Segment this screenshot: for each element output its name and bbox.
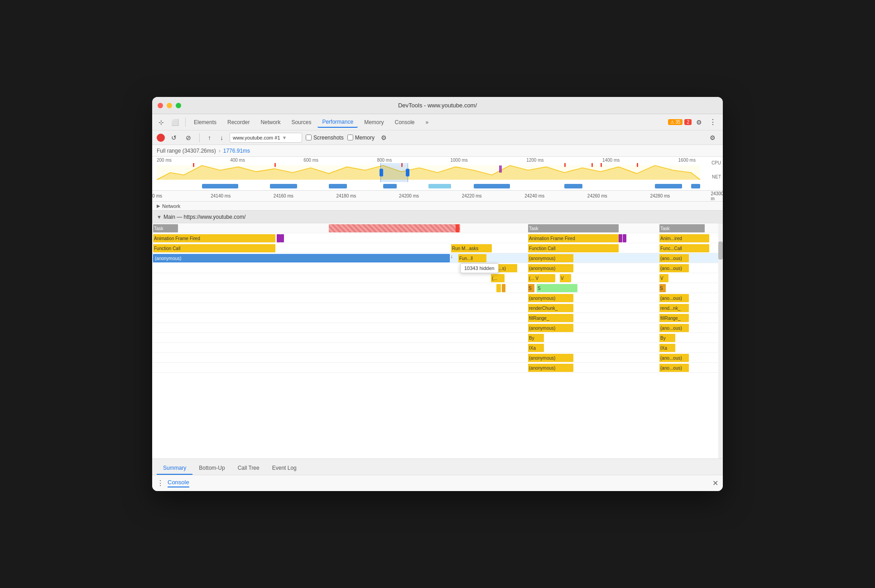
tab-memory[interactable]: Memory: [360, 117, 388, 127]
row6-bar-v2[interactable]: V: [659, 274, 668, 282]
anon-bar-3[interactable]: (ano...ous): [659, 254, 689, 262]
task-bar-1[interactable]: Task: [153, 224, 178, 232]
func-bar-masks[interactable]: Run M...asks: [451, 244, 492, 252]
anon-func-bar[interactable]: Fun...ll: [458, 254, 486, 262]
task-bar-2[interactable]: Task: [528, 224, 619, 232]
capture-settings-icon[interactable]: ⚙: [378, 132, 389, 143]
row9-bar-1[interactable]: renderChunk_: [528, 304, 573, 312]
net-label: NET: [712, 174, 721, 179]
anim-bar-1[interactable]: Animation Frame Fired: [153, 234, 275, 242]
row13: IXa IXa: [152, 343, 718, 353]
anim-bar-2[interactable]: Animation Frame Fired: [528, 234, 619, 242]
console-close-icon[interactable]: ✕: [712, 479, 718, 487]
timeline-overview[interactable]: 200 ms 400 ms 600 ms 800 ms 1000 ms 1200…: [152, 157, 723, 191]
scrollbar-thumb[interactable]: [718, 241, 723, 260]
tab-summary[interactable]: Summary: [157, 462, 192, 475]
console-tab-label[interactable]: Console: [168, 479, 189, 487]
row15-bar-2[interactable]: (ano...ous): [659, 364, 689, 372]
minimize-button[interactable]: [167, 103, 172, 108]
func-bar-3[interactable]: Func...Call: [659, 244, 709, 252]
tab-network[interactable]: Network: [256, 117, 285, 127]
screenshots-checkbox[interactable]: [306, 135, 312, 140]
bottom-tabs: Summary Bottom-Up Call Tree Event Log: [152, 458, 723, 475]
anon-bar-2[interactable]: (anonymous): [528, 254, 573, 262]
row7-mini-2: [502, 284, 505, 292]
task-bar-hatched[interactable]: [329, 224, 460, 232]
screenshots-checkbox-label[interactable]: Screenshots: [306, 135, 344, 141]
row13-bar-1[interactable]: IXa: [528, 344, 544, 352]
traffic-lights: [158, 103, 181, 108]
cursor-icon[interactable]: ⊹: [156, 117, 167, 128]
row6-bar-1[interactable]: (...: [491, 274, 505, 282]
memory-checkbox-label[interactable]: Memory: [347, 135, 375, 141]
row8-bar-2[interactable]: (ano...ous): [659, 294, 689, 302]
row9-bar-2[interactable]: rend...nk_: [659, 304, 689, 312]
row7-s-2[interactable]: S: [537, 284, 577, 292]
row13-bar-2[interactable]: IXa: [659, 344, 675, 352]
row6-bar-anons[interactable]: (... V: [528, 274, 555, 282]
row7-s-1[interactable]: S: [528, 284, 534, 292]
row9: renderChunk_ rend...nk_: [152, 303, 718, 313]
reload-record-button[interactable]: ↺: [168, 132, 179, 143]
tl-1200: 1200 ms: [526, 158, 543, 163]
row5-bar-2[interactable]: (anonymous): [528, 264, 573, 272]
download-button[interactable]: ↓: [217, 132, 226, 143]
row11-bar-2[interactable]: (ano...ous): [659, 324, 689, 332]
settings-icon[interactable]: ⚙: [693, 117, 705, 128]
svg-rect-11: [380, 169, 383, 177]
clear-button[interactable]: ⊘: [183, 132, 194, 143]
record-button[interactable]: [157, 134, 165, 142]
collapse-icon[interactable]: ▶: [157, 203, 160, 208]
more-options-icon[interactable]: ⋮: [707, 116, 719, 128]
tab-console[interactable]: Console: [390, 117, 419, 127]
tl-600: 600 ms: [303, 158, 318, 163]
settings-gear-icon[interactable]: ⚙: [707, 132, 718, 143]
vertical-scrollbar[interactable]: [718, 223, 723, 458]
console-dots-icon[interactable]: ⋮: [157, 479, 164, 487]
row15-bar-1[interactable]: (anonymous): [528, 364, 573, 372]
tick-8: 24280 ms: [650, 193, 670, 198]
memory-checkbox[interactable]: [347, 135, 353, 140]
flame-chart[interactable]: Task Task Task Animation Frame Fired Ani…: [152, 223, 723, 458]
tab-elements[interactable]: Elements: [189, 117, 221, 127]
window-title: DevTools - www.youtube.com/: [398, 102, 477, 109]
row12-bar-2[interactable]: By: [659, 334, 675, 342]
row10-bar-2[interactable]: fillRange_: [659, 314, 689, 322]
row14-bar-2[interactable]: (ano...ous): [659, 354, 689, 362]
func-bar-2[interactable]: Function Call: [528, 244, 619, 252]
row8-bar-1[interactable]: (anonymous): [528, 294, 573, 302]
anim-bar-3[interactable]: Anim...ired: [659, 234, 709, 242]
row6: (... (... V V V: [152, 273, 718, 283]
anon-bar-selected[interactable]: (anonymous): [153, 254, 450, 262]
tab-bottom-up[interactable]: Bottom-Up: [192, 462, 231, 475]
row7-s-3[interactable]: S: [659, 284, 666, 292]
func-bar-1[interactable]: Function Call: [153, 244, 275, 252]
breadcrumb-full-range[interactable]: Full range (34307.26ms): [157, 148, 216, 154]
row5-bar-3[interactable]: (ano...ous): [659, 264, 689, 272]
tick-2: 24160 ms: [274, 193, 293, 198]
tab-performance[interactable]: Performance: [317, 117, 358, 128]
tab-call-tree[interactable]: Call Tree: [231, 462, 266, 475]
main-collapse-icon[interactable]: ▼: [157, 214, 162, 220]
maximize-button[interactable]: [176, 103, 181, 108]
tab-event-log[interactable]: Event Log: [266, 462, 303, 475]
anon-row: (anonymous) ↓ Fun...ll (anonymous) (ano.…: [152, 253, 718, 263]
tl-400: 400 ms: [230, 158, 245, 163]
row10-bar-1[interactable]: fillRange_: [528, 314, 573, 322]
record-toolbar: ↺ ⊘ ↑ ↓ www.youtube.com #1 ▼ Screenshots…: [152, 130, 723, 145]
row14-bar-1[interactable]: (anonymous): [528, 354, 573, 362]
task-bar-3[interactable]: Task: [659, 224, 705, 232]
tab-more[interactable]: »: [421, 117, 433, 127]
tab-recorder[interactable]: Recorder: [223, 117, 254, 127]
upload-button[interactable]: ↑: [205, 132, 214, 143]
task-bar-red-marker: [456, 224, 459, 232]
tab-sources[interactable]: Sources: [287, 117, 316, 127]
row12-bar-1[interactable]: By: [528, 334, 544, 342]
inspect-icon[interactable]: ⬜: [168, 117, 182, 128]
main-header: ▼ Main — https://www.youtube.com/: [152, 211, 723, 223]
close-button[interactable]: [158, 103, 163, 108]
tick-1: 24140 ms: [211, 193, 231, 198]
row11-bar-1[interactable]: (anonymous): [528, 324, 573, 332]
svg-rect-6: [601, 163, 602, 167]
row6-bar-v1[interactable]: V: [560, 274, 571, 282]
